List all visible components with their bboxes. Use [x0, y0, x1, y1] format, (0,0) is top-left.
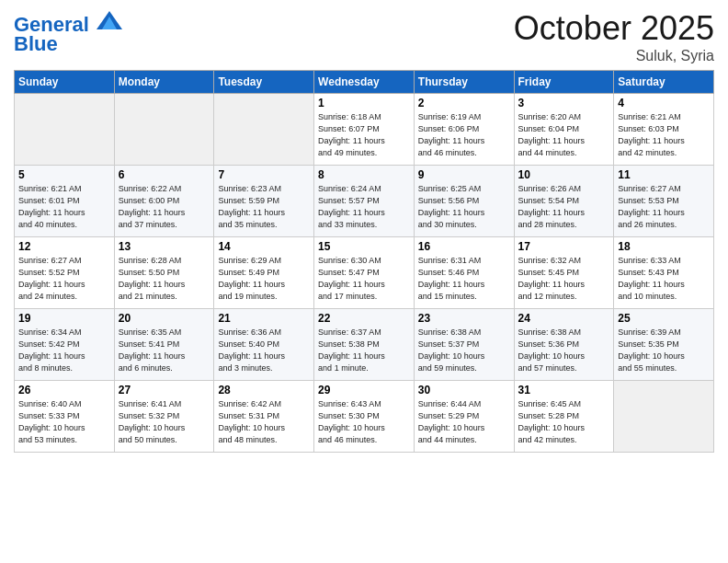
calendar-week-row: 5Sunrise: 6:21 AM Sunset: 6:01 PM Daylig… [15, 166, 714, 237]
day-number: 24 [518, 312, 610, 325]
day-number: 30 [418, 384, 510, 396]
cell-content: Sunrise: 6:34 AM Sunset: 5:42 PM Dayligh… [18, 327, 110, 374]
day-number: 13 [119, 240, 210, 253]
cell-content: Sunrise: 6:21 AM Sunset: 6:03 PM Dayligh… [618, 111, 710, 159]
day-number: 16 [418, 240, 510, 253]
day-number: 29 [318, 384, 410, 396]
table-row: 16Sunrise: 6:31 AM Sunset: 5:46 PM Dayli… [414, 237, 514, 309]
cell-content: Sunrise: 6:20 AM Sunset: 6:04 PM Dayligh… [518, 111, 610, 159]
calendar-week-row: 19Sunrise: 6:34 AM Sunset: 5:42 PM Dayli… [15, 309, 714, 381]
day-number: 18 [618, 240, 710, 253]
calendar-week-row: 12Sunrise: 6:27 AM Sunset: 5:52 PM Dayli… [15, 237, 714, 309]
header-friday: Friday [514, 71, 614, 94]
table-row: 28Sunrise: 6:42 AM Sunset: 5:31 PM Dayli… [214, 381, 314, 453]
day-number: 3 [518, 97, 610, 109]
cell-content: Sunrise: 6:36 AM Sunset: 5:40 PM Dayligh… [218, 327, 310, 374]
table-row: 5Sunrise: 6:21 AM Sunset: 6:01 PM Daylig… [15, 166, 115, 237]
cell-content: Sunrise: 6:30 AM Sunset: 5:47 PM Dayligh… [318, 255, 410, 303]
cell-content: Sunrise: 6:38 AM Sunset: 5:36 PM Dayligh… [518, 327, 610, 374]
day-number: 4 [618, 97, 710, 109]
header-saturday: Saturday [614, 71, 714, 94]
table-row: 3Sunrise: 6:20 AM Sunset: 6:04 PM Daylig… [514, 94, 614, 166]
day-number: 2 [418, 97, 510, 109]
cell-content: Sunrise: 6:38 AM Sunset: 5:37 PM Dayligh… [418, 327, 510, 374]
cell-content: Sunrise: 6:35 AM Sunset: 5:41 PM Dayligh… [119, 327, 210, 374]
cell-content: Sunrise: 6:26 AM Sunset: 5:54 PM Dayligh… [518, 183, 610, 231]
table-row: 18Sunrise: 6:33 AM Sunset: 5:43 PM Dayli… [614, 237, 714, 309]
day-number: 19 [18, 312, 110, 325]
table-row: 19Sunrise: 6:34 AM Sunset: 5:42 PM Dayli… [15, 309, 115, 381]
cell-content: Sunrise: 6:19 AM Sunset: 6:06 PM Dayligh… [418, 111, 510, 159]
cell-content: Sunrise: 6:31 AM Sunset: 5:46 PM Dayligh… [418, 255, 510, 303]
cell-content: Sunrise: 6:22 AM Sunset: 6:00 PM Dayligh… [119, 183, 210, 231]
table-row: 23Sunrise: 6:38 AM Sunset: 5:37 PM Dayli… [414, 309, 514, 381]
calendar-header-row: Sunday Monday Tuesday Wednesday Thursday… [15, 71, 714, 94]
day-number: 6 [119, 168, 210, 181]
table-row: 8Sunrise: 6:24 AM Sunset: 5:57 PM Daylig… [314, 166, 415, 237]
cell-content: Sunrise: 6:45 AM Sunset: 5:28 PM Dayligh… [518, 398, 610, 446]
table-row: 27Sunrise: 6:41 AM Sunset: 5:32 PM Dayli… [114, 381, 214, 453]
cell-content: Sunrise: 6:27 AM Sunset: 5:52 PM Dayligh… [18, 255, 110, 303]
table-row: 11Sunrise: 6:27 AM Sunset: 5:53 PM Dayli… [614, 166, 714, 237]
table-row: 25Sunrise: 6:39 AM Sunset: 5:35 PM Dayli… [614, 309, 714, 381]
day-number: 23 [418, 312, 510, 325]
cell-content: Sunrise: 6:37 AM Sunset: 5:38 PM Dayligh… [318, 327, 410, 374]
month-title: October 2025 [514, 9, 714, 48]
cell-content: Sunrise: 6:42 AM Sunset: 5:31 PM Dayligh… [218, 398, 310, 446]
table-row: 9Sunrise: 6:25 AM Sunset: 5:56 PM Daylig… [414, 166, 514, 237]
day-number: 8 [318, 168, 410, 181]
table-row: 20Sunrise: 6:35 AM Sunset: 5:41 PM Dayli… [114, 309, 214, 381]
cell-content: Sunrise: 6:28 AM Sunset: 5:50 PM Dayligh… [119, 255, 210, 303]
calendar-week-row: 1Sunrise: 6:18 AM Sunset: 6:07 PM Daylig… [15, 94, 714, 166]
table-row: 15Sunrise: 6:30 AM Sunset: 5:47 PM Dayli… [314, 237, 415, 309]
day-number: 17 [518, 240, 610, 253]
table-row: 6Sunrise: 6:22 AM Sunset: 6:00 PM Daylig… [114, 166, 214, 237]
table-row: 24Sunrise: 6:38 AM Sunset: 5:36 PM Dayli… [514, 309, 614, 381]
day-number: 11 [618, 168, 710, 181]
table-row: 17Sunrise: 6:32 AM Sunset: 5:45 PM Dayli… [514, 237, 614, 309]
header: General Blue October 2025 Suluk, Syria [14, 9, 714, 64]
logo-icon [97, 11, 122, 29]
cell-content: Sunrise: 6:40 AM Sunset: 5:33 PM Dayligh… [18, 398, 110, 446]
day-number: 5 [18, 168, 110, 181]
table-row: 30Sunrise: 6:44 AM Sunset: 5:29 PM Dayli… [414, 381, 514, 453]
cell-content: Sunrise: 6:27 AM Sunset: 5:53 PM Dayligh… [618, 183, 710, 231]
day-number: 15 [318, 240, 410, 253]
header-wednesday: Wednesday [314, 71, 415, 94]
table-row [114, 94, 214, 166]
day-number: 25 [618, 312, 710, 325]
page-container: General Blue October 2025 Suluk, Syria S… [0, 0, 728, 462]
table-row: 2Sunrise: 6:19 AM Sunset: 6:06 PM Daylig… [414, 94, 514, 166]
day-number: 22 [318, 312, 410, 325]
table-row [15, 94, 115, 166]
day-number: 10 [518, 168, 610, 181]
day-number: 28 [218, 384, 310, 396]
day-number: 14 [218, 240, 310, 253]
table-row: 26Sunrise: 6:40 AM Sunset: 5:33 PM Dayli… [15, 381, 115, 453]
day-number: 31 [518, 384, 610, 396]
table-row: 1Sunrise: 6:18 AM Sunset: 6:07 PM Daylig… [314, 94, 415, 166]
table-row: 4Sunrise: 6:21 AM Sunset: 6:03 PM Daylig… [614, 94, 714, 166]
table-row: 14Sunrise: 6:29 AM Sunset: 5:49 PM Dayli… [214, 237, 314, 309]
cell-content: Sunrise: 6:44 AM Sunset: 5:29 PM Dayligh… [418, 398, 510, 446]
calendar-week-row: 26Sunrise: 6:40 AM Sunset: 5:33 PM Dayli… [15, 381, 714, 453]
table-row [214, 94, 314, 166]
day-number: 1 [318, 97, 410, 109]
cell-content: Sunrise: 6:29 AM Sunset: 5:49 PM Dayligh… [218, 255, 310, 303]
header-sunday: Sunday [15, 71, 115, 94]
cell-content: Sunrise: 6:39 AM Sunset: 5:35 PM Dayligh… [618, 327, 710, 374]
cell-content: Sunrise: 6:41 AM Sunset: 5:32 PM Dayligh… [119, 398, 210, 446]
cell-content: Sunrise: 6:32 AM Sunset: 5:45 PM Dayligh… [518, 255, 610, 303]
cell-content: Sunrise: 6:18 AM Sunset: 6:07 PM Dayligh… [318, 111, 410, 159]
table-row: 21Sunrise: 6:36 AM Sunset: 5:40 PM Dayli… [214, 309, 314, 381]
table-row: 22Sunrise: 6:37 AM Sunset: 5:38 PM Dayli… [314, 309, 415, 381]
header-tuesday: Tuesday [214, 71, 314, 94]
cell-content: Sunrise: 6:21 AM Sunset: 6:01 PM Dayligh… [18, 183, 110, 231]
day-number: 26 [18, 384, 110, 396]
cell-content: Sunrise: 6:25 AM Sunset: 5:56 PM Dayligh… [418, 183, 510, 231]
table-row: 7Sunrise: 6:23 AM Sunset: 5:59 PM Daylig… [214, 166, 314, 237]
day-number: 21 [218, 312, 310, 325]
header-thursday: Thursday [414, 71, 514, 94]
title-block: October 2025 Suluk, Syria [514, 9, 714, 64]
cell-content: Sunrise: 6:43 AM Sunset: 5:30 PM Dayligh… [318, 398, 410, 446]
